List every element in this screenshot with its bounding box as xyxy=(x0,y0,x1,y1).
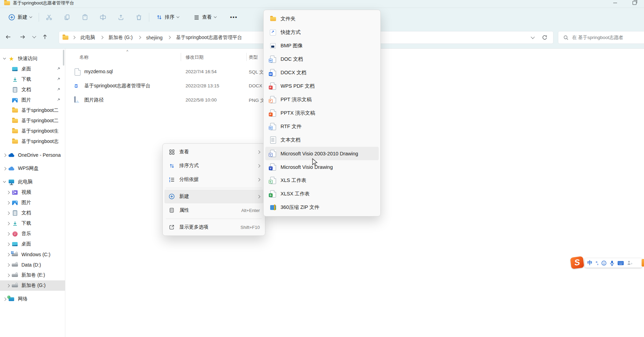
sidebar-item-recent-folder[interactable]: 基于springboot二 xyxy=(0,105,65,116)
sidebar-item-videos[interactable]: 视频 xyxy=(0,187,65,198)
column-header-type[interactable]: 类型 xyxy=(249,54,258,60)
delete-button[interactable] xyxy=(133,12,145,22)
sidebar-item-downloads[interactable]: 下载 xyxy=(0,218,65,229)
folder-icon xyxy=(11,139,18,144)
submenu-new-wps-pdf[interactable]: P WPS PDF 文档 xyxy=(265,79,379,93)
desktop-screenshot: { "window": { "title": "基于springboot志愿者管… xyxy=(0,0,644,337)
chevron-right-icon xyxy=(6,285,10,287)
sidebar-item-drive-c[interactable]: Windows (C:) xyxy=(0,249,65,260)
sidebar-item-recent-folder[interactable]: 基于springboot生 xyxy=(0,126,65,136)
back-arrow-icon xyxy=(5,34,11,40)
sidebar-item-downloads-pinned[interactable]: 下载 xyxy=(0,74,65,85)
minimize-button[interactable] xyxy=(605,0,625,8)
sidebar-item-this-pc[interactable]: 此电脑 xyxy=(0,177,65,187)
context-menu-view[interactable]: 查看 xyxy=(164,145,263,159)
sogou-logo-icon[interactable]: S xyxy=(570,256,584,269)
up-button[interactable] xyxy=(39,31,51,43)
properties-icon xyxy=(168,208,176,213)
forward-button[interactable] xyxy=(16,31,29,43)
sidebar-item-recent-folder[interactable]: 基于springboot志 xyxy=(0,136,65,147)
submenu-new-ppt[interactable]: P PPT 演示文稿 xyxy=(265,93,379,106)
paste-button[interactable] xyxy=(79,12,91,22)
expand-box-icon xyxy=(168,224,176,230)
sidebar-item-documents[interactable]: 文档 xyxy=(0,208,65,218)
sidebar-item-recent-folder[interactable]: 基于springboot二 xyxy=(0,116,65,126)
up-arrow-icon xyxy=(42,34,48,40)
breadcrumb-current-folder[interactable]: 基于springboot志愿者管理平台 xyxy=(174,33,243,42)
sidebar-item-drive-e[interactable]: 新加卷 (E:) xyxy=(0,270,65,280)
sidebar-item-pictures[interactable]: 图片 xyxy=(0,198,65,208)
context-menu-new[interactable]: 新建 xyxy=(164,190,263,203)
see-more-button[interactable]: ••• xyxy=(227,14,241,20)
submenu-new-xlsx[interactable]: S XLSX 工作表 xyxy=(265,187,379,201)
submenu-new-doc[interactable]: W DOC 文档 xyxy=(265,52,379,66)
sidebar-item-desktop[interactable]: 桌面 xyxy=(0,239,65,249)
pin-icon xyxy=(57,77,60,81)
copy-button[interactable] xyxy=(61,12,73,22)
breadcrumb-separator-icon xyxy=(168,36,171,39)
column-header-name[interactable]: 名称 xyxy=(79,54,88,60)
search-input[interactable]: 在 基于springboot志愿者 xyxy=(558,31,644,44)
context-menu-properties[interactable]: 属性 Alt+Enter xyxy=(164,203,263,217)
column-header-date[interactable]: 修改日期 xyxy=(186,54,203,60)
folder-icon xyxy=(11,108,18,113)
restore-button[interactable] xyxy=(625,0,644,8)
doc-file-icon: W xyxy=(269,56,277,63)
ime-toolbox-button[interactable] xyxy=(627,260,633,266)
context-menu-show-more-options[interactable]: 显示更多选项 Shift+F10 xyxy=(164,220,263,234)
submenu-new-shortcut[interactable]: 快捷方式 xyxy=(265,26,379,39)
sidebar-item-documents-pinned[interactable]: 文档 xyxy=(0,85,65,95)
document-icon xyxy=(11,210,18,216)
breadcrumb-drive-g[interactable]: 新加卷 (G:) xyxy=(107,33,134,42)
submenu-new-text[interactable]: 文本文档 xyxy=(265,133,379,147)
ime-keyboard-button[interactable] xyxy=(617,261,624,266)
back-button[interactable] xyxy=(2,31,15,43)
column-divider[interactable] xyxy=(181,53,181,61)
column-divider[interactable] xyxy=(246,53,247,61)
chevron-right-icon xyxy=(6,233,10,235)
ime-chinese-mode-button[interactable]: 中 xyxy=(587,260,593,266)
ime-emoji-button[interactable] xyxy=(601,260,607,266)
view-button[interactable]: 查看 xyxy=(191,12,219,22)
sidebar-item-drive-d[interactable]: Data (D:) xyxy=(0,260,65,270)
breadcrumb-shejiing[interactable]: shejiing xyxy=(145,34,164,41)
explorer-tab[interactable]: 基于springboot志愿者管理平台 xyxy=(4,0,74,8)
submenu-new-bmp[interactable]: BMP 图像 xyxy=(265,39,379,52)
submenu-new-xls[interactable]: S XLS 工作表 xyxy=(265,174,379,187)
submenu-new-visio-2003[interactable]: V Microsoft Visio 2003-2010 Drawing xyxy=(265,147,379,160)
submenu-new-zip[interactable]: 360压缩 ZIP 文件 xyxy=(265,201,379,214)
context-menu-group-by[interactable]: 分组依据 xyxy=(164,173,263,186)
address-dropdown-button[interactable] xyxy=(531,35,534,39)
rename-button[interactable] xyxy=(97,12,109,22)
monitor-icon xyxy=(8,180,15,185)
ime-mic-button[interactable] xyxy=(610,260,614,266)
sidebar-item-pictures-pinned[interactable]: 图片 xyxy=(0,95,65,105)
submenu-new-docx[interactable]: W DOCX 文档 xyxy=(265,66,379,79)
sidebar-item-music[interactable]: ♪ 音乐 xyxy=(0,229,65,239)
sort-button[interactable]: 排序 xyxy=(153,12,182,22)
sidebar-item-wps-cloud[interactable]: WPS网盘 xyxy=(0,163,65,174)
new-button[interactable]: 新建 xyxy=(6,12,35,23)
sidebar-item-drive-g-selected[interactable]: 新加卷 (G:) xyxy=(0,280,65,291)
menu-separator xyxy=(166,219,262,219)
ime-punctuation-button[interactable]: °, xyxy=(596,260,598,266)
share-button[interactable] xyxy=(115,12,127,22)
submenu-new-pptx[interactable]: P PPTX 演示文稿 xyxy=(265,106,379,120)
context-menu-sort-by[interactable]: 排序方式 xyxy=(164,159,263,173)
breadcrumb-this-pc[interactable]: 此电脑 xyxy=(79,33,96,42)
sidebar-item-desktop-pinned[interactable]: 桌面 xyxy=(0,64,65,74)
recent-locations-button[interactable] xyxy=(30,31,39,43)
cut-button[interactable] xyxy=(43,12,55,22)
submenu-new-visio[interactable]: V Microsoft Visio Drawing xyxy=(265,160,379,174)
submenu-new-rtf[interactable]: W RTF 文件 xyxy=(265,120,379,133)
chevron-down-icon xyxy=(214,15,217,18)
chevron-down-icon xyxy=(177,15,179,18)
submenu-new-folder[interactable]: 文件夹 xyxy=(265,12,379,26)
docx-file-icon: W xyxy=(269,69,277,76)
drive-icon xyxy=(11,284,18,287)
ime-clipped-icon[interactable] xyxy=(642,259,644,267)
sidebar-item-network[interactable]: 网络 xyxy=(0,294,65,304)
refresh-button[interactable] xyxy=(542,35,548,40)
sidebar-item-quick-access[interactable]: ★ 快速访问 xyxy=(0,54,65,64)
sidebar-item-onedrive[interactable]: OneDrive - Persona xyxy=(0,150,65,160)
